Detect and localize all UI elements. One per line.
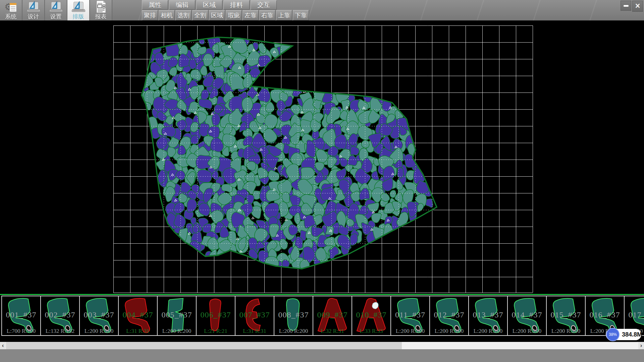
app-button-3[interactable]: 设置 xyxy=(45,0,67,20)
piece-thumbnail-strip: 001_#37L:700 R:700002_#37L:132 R:132003_… xyxy=(0,294,644,337)
tool-button-2[interactable]: 相机 xyxy=(159,10,175,20)
menu-tabs: 属性编辑区域排料交互 xyxy=(142,0,278,10)
piece-id-label: 009_#37 xyxy=(313,310,352,319)
piece-id-label: 017_#37 xyxy=(625,310,644,319)
piece-id-label: 004_#37 xyxy=(119,310,157,319)
piece-lr-count-label: L:200 R:200 xyxy=(274,328,313,335)
piece-lr-count-label: L:21 R:21 xyxy=(197,328,235,335)
piece-list: 001_#37L:700 R:700002_#37L:132 R:132003_… xyxy=(1,296,644,336)
tool-button-9[interactable]: 上靠 xyxy=(276,10,292,20)
tool-button-10[interactable]: 下靠 xyxy=(293,10,309,20)
piece-id-label: 013_#37 xyxy=(469,310,507,319)
piece-lr-count-label: L:31 R:31 xyxy=(119,328,157,335)
scroll-left-button[interactable]: ‹ xyxy=(0,342,6,349)
piece-thumbnail-004_#37[interactable]: 004_#37L:31 R:31 xyxy=(118,296,158,336)
piece-lr-count-label: L:200 R:200 xyxy=(430,328,468,335)
menu-tab-1[interactable]: 属性 xyxy=(142,0,168,10)
piece-lr-count-label: L:33 R:33 xyxy=(352,328,390,335)
strip-top-divider xyxy=(0,294,644,295)
tool-button-5[interactable]: 区域 xyxy=(209,10,225,20)
tool-button-1[interactable]: 聚排 xyxy=(142,10,158,20)
app-button-4[interactable]: 排版 xyxy=(67,0,90,20)
piece-id-label: 010_#37 xyxy=(352,310,390,319)
piece-thumbnail-007_#37[interactable]: 007_#37L:31 R:31 xyxy=(235,296,274,336)
close-button[interactable]: × xyxy=(632,1,643,12)
memory-usage-badge: 38% 384.8M xyxy=(606,329,641,340)
nesting-canvas[interactable] xyxy=(0,20,644,294)
piece-id-label: 006_#37 xyxy=(197,310,235,319)
settings-ruler-icon xyxy=(49,1,63,13)
app-mode-buttons: ⚙系统设计设置排版报表 xyxy=(0,0,112,20)
piece-id-label: 011_#37 xyxy=(391,310,429,319)
piece-thumbnail-002_#37[interactable]: 002_#37L:132 R:132 xyxy=(40,296,80,336)
app-button-label: 报表 xyxy=(95,13,107,20)
piece-thumbnail-009_#37[interactable]: 009_#37L:32 R:31 xyxy=(313,296,352,336)
piece-id-label: 007_#37 xyxy=(235,310,274,319)
piece-thumbnail-001_#37[interactable]: 001_#37L:700 R:700 xyxy=(1,296,41,336)
piece-lr-count-label: L:200 R:200 xyxy=(508,328,546,335)
piece-thumbnail-005_#37[interactable]: 005_#37L:200 R:200 xyxy=(157,296,197,336)
piece-thumbnail-012_#37[interactable]: 012_#37L:200 R:200 xyxy=(429,296,469,336)
tool-button-4[interactable]: 全割 xyxy=(192,10,208,20)
piece-id-label: 012_#37 xyxy=(430,310,468,319)
minimize-icon xyxy=(624,5,629,7)
piece-id-label: 015_#37 xyxy=(547,310,585,319)
piece-id-label: 005_#37 xyxy=(158,310,196,319)
piece-lr-count-label: L:132 R:132 xyxy=(41,328,79,335)
tool-button-8[interactable]: 右靠 xyxy=(259,10,275,20)
system-gear-icon: ⚙ xyxy=(4,1,18,13)
piece-id-label: 016_#37 xyxy=(586,310,624,319)
cpu-percent-ring: 38% xyxy=(606,328,620,341)
minimize-button[interactable] xyxy=(621,1,631,11)
piece-thumbnail-014_#37[interactable]: 014_#37L:200 R:200 xyxy=(507,296,547,336)
menu-tab-5[interactable]: 交互 xyxy=(251,0,277,10)
piece-thumbnail-015_#37[interactable]: 015_#37L:200 R:200 xyxy=(546,296,586,336)
piece-lr-count-label: L:200 R:200 xyxy=(158,328,196,335)
app-button-2[interactable]: 设计 xyxy=(22,0,45,20)
horizontal-scrollbar[interactable]: ‹ › xyxy=(0,342,644,349)
piece-thumbnail-006_#37[interactable]: 006_#37L:21 R:21 xyxy=(196,296,235,336)
app-window: { "app_buttons": [ {"label":"系统","icon":… xyxy=(0,0,644,362)
scroll-right-button[interactable]: › xyxy=(638,342,644,349)
menu-tab-4[interactable]: 排料 xyxy=(223,0,250,10)
app-button-label: 系统 xyxy=(5,13,17,20)
report-doc-icon xyxy=(94,0,108,13)
memory-value: 384.8M xyxy=(622,329,642,340)
piece-lr-count-label: L:200 R:200 xyxy=(391,328,429,335)
menu-tab-2[interactable]: 编辑 xyxy=(169,0,195,10)
piece-lr-count-label: L:31 R:31 xyxy=(235,328,274,335)
piece-id-label: 003_#37 xyxy=(80,310,118,319)
piece-id-label: 001_#37 xyxy=(2,310,40,319)
app-button-5[interactable]: 报表 xyxy=(90,0,112,20)
app-button-1[interactable]: ⚙系统 xyxy=(0,0,22,20)
tool-button-3[interactable]: 选割 xyxy=(175,10,192,20)
app-button-label: 设计 xyxy=(28,13,39,20)
app-button-label: 排版 xyxy=(73,13,84,20)
status-bar xyxy=(0,349,644,362)
piece-id-label: 002_#37 xyxy=(41,310,79,319)
nesting-ruler-icon xyxy=(71,1,86,13)
tool-button-7[interactable]: 左靠 xyxy=(243,10,259,20)
tool-button-6[interactable]: 瑕疵 xyxy=(226,10,242,20)
design-ruler-icon xyxy=(26,1,41,13)
menu-tab-3[interactable]: 区域 xyxy=(196,0,222,10)
piece-lr-count-label: L:200 R:200 xyxy=(547,328,585,335)
window-controls: × xyxy=(621,1,643,12)
piece-lr-count-label: L:32 R:31 xyxy=(313,328,352,335)
piece-thumbnail-008_#37[interactable]: 008_#37L:200 R:200 xyxy=(274,296,313,336)
piece-id-label: 014_#37 xyxy=(508,310,546,319)
piece-id-label: 008_#37 xyxy=(274,310,313,319)
app-button-label: 设置 xyxy=(50,13,62,20)
scrollbar-thumb[interactable] xyxy=(6,342,402,349)
piece-thumbnail-003_#37[interactable]: 003_#37L:200 R:200 xyxy=(79,296,119,336)
piece-thumbnail-013_#37[interactable]: 013_#37L:200 R:200 xyxy=(468,296,508,336)
cpu-percent-value: 38% xyxy=(609,332,617,337)
piece-lr-count-label: L:700 R:700 xyxy=(2,328,40,335)
piece-lr-count-label: L:200 R:200 xyxy=(469,328,507,335)
tool-buttons-row: 聚排相机选割全割区域瑕疵左靠右靠上靠下靠 xyxy=(142,10,310,20)
piece-thumbnail-011_#37[interactable]: 011_#37L:200 R:200 xyxy=(390,296,430,336)
piece-thumbnail-010_#37[interactable]: 010_#37L:33 R:33 xyxy=(352,296,391,336)
piece-lr-count-label: L:200 R:200 xyxy=(80,328,118,335)
titlebar: ⚙系统设计设置排版报表 属性编辑区域排料交互 聚排相机选割全割区域瑕疵左靠右靠上… xyxy=(0,0,644,20)
